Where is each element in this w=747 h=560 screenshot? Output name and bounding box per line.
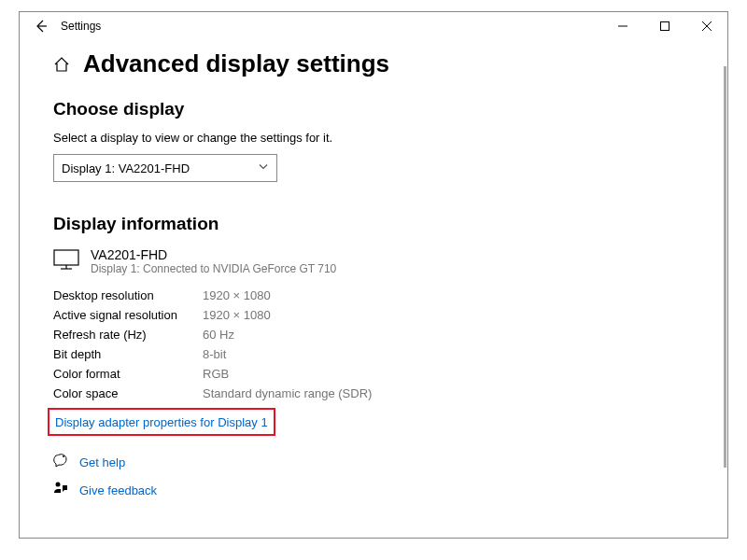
chevron-down-icon xyxy=(258,161,269,175)
choose-display-desc: Select a display to view or change the s… xyxy=(53,131,694,145)
info-table: Desktop resolution 1920 × 1080 Active si… xyxy=(53,288,694,400)
svg-rect-2 xyxy=(660,22,669,31)
help-icon xyxy=(53,453,68,471)
titlebar: Settings xyxy=(20,12,727,40)
scrollbar[interactable] xyxy=(724,66,726,468)
adapter-properties-link[interactable]: Display adapter properties for Display 1 xyxy=(55,415,268,429)
give-feedback-row[interactable]: Give feedback xyxy=(53,481,694,499)
give-feedback-link: Give feedback xyxy=(79,483,157,497)
info-label: Color space xyxy=(53,386,203,400)
adapter-properties-highlight: Display adapter properties for Display 1 xyxy=(48,408,275,436)
info-label: Color format xyxy=(53,367,203,381)
maximize-button[interactable] xyxy=(643,12,685,40)
svg-point-9 xyxy=(56,483,61,487)
window-controls xyxy=(601,12,727,40)
choose-display-heading: Choose display xyxy=(53,99,694,119)
display-info-heading: Display information xyxy=(53,214,694,234)
monitor-name: VA2201-FHD xyxy=(91,247,336,262)
settings-window: Settings Advanced display settings Choos… xyxy=(19,11,728,539)
monitor-row: VA2201-FHD Display 1: Connected to NVIDI… xyxy=(53,247,694,275)
info-value: 1920 × 1080 xyxy=(203,288,694,302)
minimize-icon xyxy=(618,21,627,31)
info-value: 60 Hz xyxy=(203,328,694,342)
info-value: RGB xyxy=(203,367,694,381)
svg-rect-5 xyxy=(54,250,78,265)
svg-point-8 xyxy=(63,455,64,457)
info-value: 8-bit xyxy=(203,347,694,361)
display-dropdown-value: Display 1: VA2201-FHD xyxy=(62,161,190,175)
home-icon[interactable] xyxy=(53,56,70,73)
monitor-icon xyxy=(53,249,79,273)
info-label: Bit depth xyxy=(53,347,203,361)
get-help-row[interactable]: Get help xyxy=(53,453,694,471)
page-header: Advanced display settings xyxy=(53,49,694,78)
minimize-button[interactable] xyxy=(601,12,643,40)
feedback-icon xyxy=(53,481,68,499)
back-button[interactable] xyxy=(27,12,55,40)
back-arrow-icon xyxy=(34,19,49,34)
app-title: Settings xyxy=(61,20,101,33)
close-icon xyxy=(702,21,712,31)
display-dropdown[interactable]: Display 1: VA2201-FHD xyxy=(53,154,277,182)
info-label: Refresh rate (Hz) xyxy=(53,328,203,342)
content-area: Advanced display settings Choose display… xyxy=(20,40,727,518)
get-help-link: Get help xyxy=(79,455,125,469)
info-value: 1920 × 1080 xyxy=(203,308,694,322)
info-label: Active signal resolution xyxy=(53,308,203,322)
close-button[interactable] xyxy=(685,12,727,40)
maximize-icon xyxy=(660,21,669,31)
monitor-connected: Display 1: Connected to NVIDIA GeForce G… xyxy=(91,262,336,275)
info-label: Desktop resolution xyxy=(53,288,203,302)
page-title: Advanced display settings xyxy=(83,49,389,78)
info-value: Standard dynamic range (SDR) xyxy=(203,386,694,400)
